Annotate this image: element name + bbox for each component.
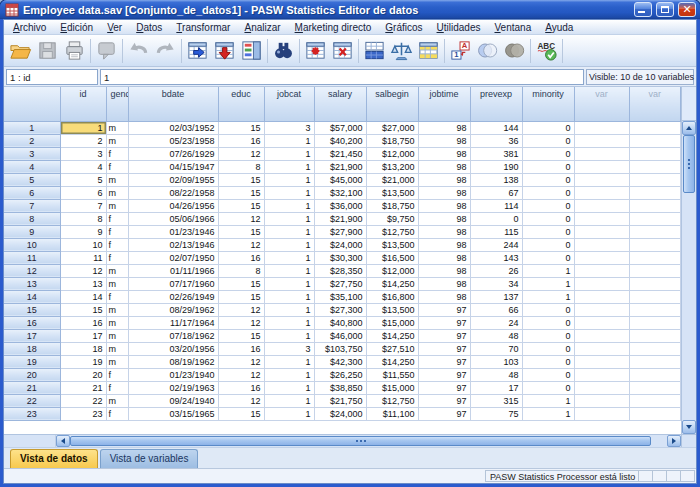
cell-salary-row3[interactable]: $21,450	[314, 147, 366, 160]
cell-prevexp-row23[interactable]: 75	[470, 407, 522, 420]
value-labels-icon[interactable]: A1	[447, 37, 474, 64]
menu-archivo[interactable]: Archivo	[6, 20, 53, 35]
cell-var-row13[interactable]	[629, 277, 681, 290]
cell-jobtime-row1[interactable]: 98	[418, 121, 470, 134]
cell-gender-row17[interactable]: m	[106, 329, 128, 342]
cell-var-row21[interactable]	[574, 381, 629, 394]
cell-id-row2[interactable]: 2	[60, 134, 106, 147]
cell-educ-row5[interactable]: 15	[218, 173, 264, 186]
cell-var-row6[interactable]	[574, 186, 629, 199]
cell-bdate-row3[interactable]: 07/26/1929	[128, 147, 218, 160]
cell-id-row11[interactable]: 11	[60, 251, 106, 264]
find-icon[interactable]	[270, 37, 297, 64]
column-header-educ[interactable]: educ	[218, 87, 264, 121]
cell-jobtime-row6[interactable]: 98	[418, 186, 470, 199]
cell-var-row11[interactable]	[629, 251, 681, 264]
cell-gender-row12[interactable]: m	[106, 264, 128, 277]
cell-id-row23[interactable]: 23	[60, 407, 106, 420]
cell-gender-row10[interactable]: f	[106, 238, 128, 251]
cell-salbegin-row20[interactable]: $11,550	[366, 368, 418, 381]
menu-ayuda[interactable]: Ayuda	[538, 20, 580, 35]
cell-jobcat-row3[interactable]: 1	[264, 147, 314, 160]
cell-gender-row19[interactable]: m	[106, 355, 128, 368]
cell-bdate-row9[interactable]: 01/23/1946	[128, 225, 218, 238]
menu-datos[interactable]: Datos	[129, 20, 169, 35]
cell-id-row13[interactable]: 13	[60, 277, 106, 290]
cell-salary-row8[interactable]: $21,900	[314, 212, 366, 225]
cell-bdate-row5[interactable]: 02/09/1955	[128, 173, 218, 186]
cell-id-row4[interactable]: 4	[60, 160, 106, 173]
cell-id-row16[interactable]: 16	[60, 316, 106, 329]
cell-salary-row11[interactable]: $30,300	[314, 251, 366, 264]
cell-jobcat-row13[interactable]: 1	[264, 277, 314, 290]
cell-var-row15[interactable]	[574, 303, 629, 316]
cell-var-row1[interactable]	[629, 121, 681, 134]
variables-icon[interactable]	[238, 37, 265, 64]
cell-prevexp-row4[interactable]: 190	[470, 160, 522, 173]
cell-jobcat-row22[interactable]: 1	[264, 394, 314, 407]
close-button[interactable]: ✕	[678, 2, 696, 17]
cell-var-row18[interactable]	[574, 342, 629, 355]
cell-bdate-row18[interactable]: 03/20/1956	[128, 342, 218, 355]
cell-bdate-row23[interactable]: 03/15/1965	[128, 407, 218, 420]
cell-var-row16[interactable]	[574, 316, 629, 329]
cell-var-row23[interactable]	[574, 407, 629, 420]
cell-educ-row19[interactable]: 12	[218, 355, 264, 368]
cell-salbegin-row1[interactable]: $27,000	[366, 121, 418, 134]
cell-bdate-row16[interactable]: 11/17/1964	[128, 316, 218, 329]
minimize-button[interactable]	[634, 2, 652, 17]
row-header-13[interactable]: 13	[4, 277, 60, 290]
cell-salary-row10[interactable]: $24,000	[314, 238, 366, 251]
cell-gender-row20[interactable]: f	[106, 368, 128, 381]
cell-prevexp-row8[interactable]: 0	[470, 212, 522, 225]
cell-prevexp-row2[interactable]: 36	[470, 134, 522, 147]
cell-gender-row23[interactable]: f	[106, 407, 128, 420]
cell-jobcat-row23[interactable]: 1	[264, 407, 314, 420]
scroll-down-button[interactable]	[682, 420, 696, 434]
cell-jobcat-row1[interactable]: 3	[264, 121, 314, 134]
cell-salbegin-row7[interactable]: $18,750	[366, 199, 418, 212]
cell-salary-row23[interactable]: $24,000	[314, 407, 366, 420]
row-header-22[interactable]: 22	[4, 394, 60, 407]
cell-id-row20[interactable]: 20	[60, 368, 106, 381]
cell-bdate-row7[interactable]: 04/26/1956	[128, 199, 218, 212]
cell-educ-row11[interactable]: 16	[218, 251, 264, 264]
cell-salary-row7[interactable]: $36,000	[314, 199, 366, 212]
show-all-variables-icon[interactable]	[501, 37, 528, 64]
cell-jobcat-row18[interactable]: 3	[264, 342, 314, 355]
cell-salary-row4[interactable]: $21,900	[314, 160, 366, 173]
cell-var-row17[interactable]	[629, 329, 681, 342]
row-header-15[interactable]: 15	[4, 303, 60, 316]
cell-prevexp-row15[interactable]: 66	[470, 303, 522, 316]
cell-salbegin-row12[interactable]: $12,000	[366, 264, 418, 277]
cell-var-row20[interactable]	[574, 368, 629, 381]
cell-educ-row3[interactable]: 12	[218, 147, 264, 160]
cell-salary-row17[interactable]: $46,000	[314, 329, 366, 342]
cell-salary-row13[interactable]: $27,750	[314, 277, 366, 290]
cell-educ-row21[interactable]: 16	[218, 381, 264, 394]
cell-var-row2[interactable]	[574, 134, 629, 147]
cell-gender-row5[interactable]: m	[106, 173, 128, 186]
cell-salbegin-row18[interactable]: $27,510	[366, 342, 418, 355]
cell-jobtime-row22[interactable]: 97	[418, 394, 470, 407]
cell-jobtime-row18[interactable]: 97	[418, 342, 470, 355]
cell-minority-row23[interactable]: 1	[522, 407, 574, 420]
cell-minority-row6[interactable]: 0	[522, 186, 574, 199]
column-header-var-10[interactable]: var	[574, 87, 629, 121]
scroll-up-button[interactable]	[682, 121, 696, 135]
row-header-14[interactable]: 14	[4, 290, 60, 303]
cell-salbegin-row4[interactable]: $13,200	[366, 160, 418, 173]
save-file-icon[interactable]	[34, 37, 61, 64]
cell-salbegin-row2[interactable]: $18,750	[366, 134, 418, 147]
row-header-16[interactable]: 16	[4, 316, 60, 329]
cell-var-row9[interactable]	[574, 225, 629, 238]
cell-jobtime-row23[interactable]: 97	[418, 407, 470, 420]
cell-salbegin-row23[interactable]: $11,100	[366, 407, 418, 420]
cell-var-row8[interactable]	[574, 212, 629, 225]
cell-minority-row8[interactable]: 0	[522, 212, 574, 225]
cell-minority-row4[interactable]: 0	[522, 160, 574, 173]
cell-educ-row7[interactable]: 15	[218, 199, 264, 212]
cell-salbegin-row13[interactable]: $14,250	[366, 277, 418, 290]
column-header-var-11[interactable]: var	[629, 87, 681, 121]
cell-var-row16[interactable]	[629, 316, 681, 329]
